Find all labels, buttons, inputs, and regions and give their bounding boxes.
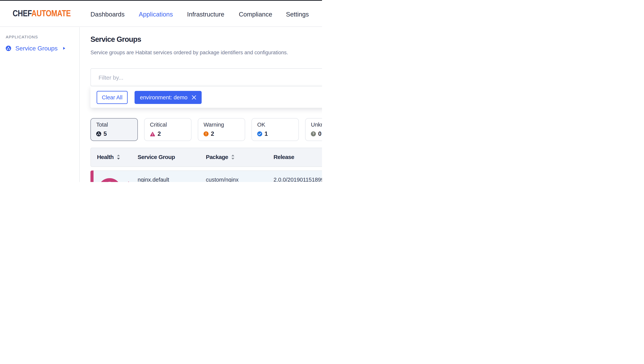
- svg-text:?: ?: [312, 132, 314, 135]
